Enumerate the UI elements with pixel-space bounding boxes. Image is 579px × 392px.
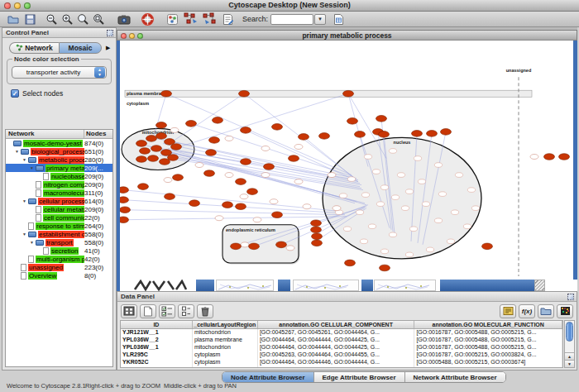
- network-node-selected[interactable]: [544, 154, 555, 160]
- network-tree-row[interactable]: Overview8(0): [6, 271, 112, 280]
- float-panel-icon[interactable]: [107, 30, 113, 36]
- network-tree-row[interactable]: ▼primary metabo209(...: [6, 164, 112, 172]
- table-cell[interactable]: [GO:0016787, GO:0005488, GO:0005215, G..…: [414, 329, 562, 337]
- network-node-selected[interactable]: [223, 202, 233, 208]
- network-tree-row[interactable]: nitrogen compo209(0): [6, 180, 112, 189]
- scroll-down-icon[interactable]: ▼: [565, 360, 574, 367]
- network-node-selected[interactable]: [247, 189, 258, 195]
- network-tree-row[interactable]: multi-organism pro42(0): [6, 255, 112, 263]
- table-row[interactable]: YJR121W__1mitochondrion[GO:0045267, GO:0…: [121, 329, 562, 337]
- network-node-selected[interactable]: [427, 131, 438, 137]
- table-scrollbar[interactable]: ▲ ▼: [564, 320, 575, 368]
- network-node[interactable]: [438, 192, 446, 197]
- network-node-selected[interactable]: [380, 265, 390, 271]
- network-node[interactable]: [347, 177, 355, 182]
- network-node[interactable]: [368, 224, 376, 229]
- network-node-selected[interactable]: [204, 170, 215, 177]
- formula-builder-icon[interactable]: f(x): [519, 304, 535, 318]
- table-cell[interactable]: mitochondrion: [193, 329, 258, 337]
- table-cell[interactable]: [GO:0045263, GO:0044464, GO:0044455, G..…: [258, 351, 414, 359]
- window-fragment-grip[interactable]: [534, 280, 545, 291]
- network-node[interactable]: [225, 136, 233, 141]
- network-tree-row[interactable]: cell communicat22(0): [6, 213, 112, 222]
- help-ring-icon[interactable]: [141, 12, 155, 26]
- table-cell[interactable]: [GO:0016787, GO:0005488, GO:0005215, G..…: [414, 366, 562, 368]
- network-node[interactable]: [447, 239, 454, 244]
- network-tree-row[interactable]: cellular metabo209(0): [6, 205, 112, 213]
- network-node[interactable]: [164, 178, 172, 183]
- network-tree-row[interactable]: ▼biological_process651(0): [6, 147, 112, 155]
- network-tree-row[interactable]: nucleobase-209(0): [6, 172, 112, 180]
- network-tree-row[interactable]: ▼establishment of lo558(0): [6, 230, 112, 238]
- network-node-selected[interactable]: [120, 197, 129, 203]
- tree-column-nodes[interactable]: Nodes: [84, 130, 112, 138]
- tab-edge-attribute-browser[interactable]: Edge Attribute Browser: [314, 372, 405, 382]
- network-node[interactable]: [303, 204, 311, 209]
- network-node[interactable]: [467, 188, 475, 193]
- select-nodes-checkbox[interactable]: ✓: [11, 89, 19, 98]
- import-folder-icon[interactable]: [538, 304, 554, 318]
- network-node-selected[interactable]: [156, 122, 167, 129]
- table-cell[interactable]: plasma membrane: [193, 337, 258, 344]
- network-window-titlebar[interactable]: primary metabolic process: [117, 30, 577, 41]
- float-data-panel-icon[interactable]: [567, 294, 574, 300]
- network-node[interactable]: [471, 206, 479, 211]
- network-node-selected[interactable]: [148, 155, 159, 162]
- table-cell[interactable]: YPL036W__1: [121, 344, 193, 351]
- network-node-selected[interactable]: [213, 117, 223, 124]
- attribute-grid-icon[interactable]: [121, 304, 137, 318]
- network-node[interactable]: [364, 155, 371, 160]
- save-icon[interactable]: [23, 12, 37, 26]
- network-node-selected[interactable]: [559, 154, 570, 160]
- network-node-selected[interactable]: [343, 90, 354, 97]
- scroll-up-icon[interactable]: ▲: [565, 352, 574, 360]
- network-node[interactable]: [414, 156, 421, 161]
- snapshot-icon[interactable]: [117, 12, 131, 26]
- network-node-selected[interactable]: [412, 131, 423, 137]
- network-tree-row[interactable]: response to stimulu264(0): [6, 222, 112, 230]
- network-node-selected[interactable]: [319, 133, 330, 140]
- table-cell[interactable]: YLR295C: [121, 351, 193, 359]
- network-tree-row[interactable]: mosaic-demo-yeast874(0): [6, 139, 112, 147]
- network-node[interactable]: [261, 173, 270, 178]
- table-row[interactable]: YLR295Ccytoplasm[GO:0045263, GO:0044464,…: [121, 351, 562, 359]
- network-node[interactable]: [463, 224, 471, 229]
- network-node-selected[interactable]: [136, 156, 147, 163]
- network-node-selected[interactable]: [189, 200, 200, 207]
- network-node[interactable]: [380, 185, 388, 190]
- column-header[interactable]: annotation.GO MOLECULAR_FUNCTION: [414, 321, 562, 328]
- network-node[interactable]: [328, 173, 336, 178]
- network-node[interactable]: [253, 218, 261, 222]
- tab-node-attribute-browser[interactable]: Node Attribute Browser: [223, 372, 314, 382]
- network-node-selected[interactable]: [311, 227, 322, 233]
- network-node-selected[interactable]: [173, 174, 184, 181]
- network-tree-row[interactable]: macromolecule311(0): [6, 189, 112, 197]
- delete-attribute-icon[interactable]: [197, 304, 213, 318]
- network-node[interactable]: [294, 144, 303, 149]
- network-node-selected[interactable]: [376, 116, 387, 122]
- combobox-stepper-icon[interactable]: ▲▼: [94, 67, 105, 78]
- network-node-selected[interactable]: [299, 134, 309, 141]
- network-node[interactable]: [389, 232, 396, 237]
- open-icon[interactable]: [7, 12, 21, 26]
- network-node-selected[interactable]: [289, 155, 299, 162]
- zoom-out-icon[interactable]: [45, 12, 59, 26]
- annotation-icon[interactable]: [221, 12, 235, 26]
- network-node-selected[interactable]: [165, 194, 175, 200]
- network-node-selected[interactable]: [312, 233, 323, 240]
- network-node-selected[interactable]: [209, 137, 220, 144]
- column-header[interactable]: ID: [121, 321, 193, 328]
- network-node-selected[interactable]: [120, 217, 129, 223]
- table-row[interactable]: YPL036W__2plasma membrane[GO:0044464, GO…: [121, 337, 562, 344]
- network-node-selected[interactable]: [236, 179, 246, 185]
- network-node[interactable]: [333, 206, 341, 211]
- table-cell[interactable]: [GO:0044464, GO:0044444, GO:0044425, G..…: [258, 366, 414, 368]
- network-node-selected[interactable]: [151, 146, 162, 152]
- network-node[interactable]: [261, 146, 270, 151]
- network-node-selected[interactable]: [156, 133, 167, 140]
- network-node[interactable]: [215, 216, 223, 221]
- network-node[interactable]: [286, 246, 294, 251]
- network-node-selected[interactable]: [239, 90, 250, 97]
- network-node-selected[interactable]: [355, 131, 366, 138]
- network-node[interactable]: [397, 173, 404, 178]
